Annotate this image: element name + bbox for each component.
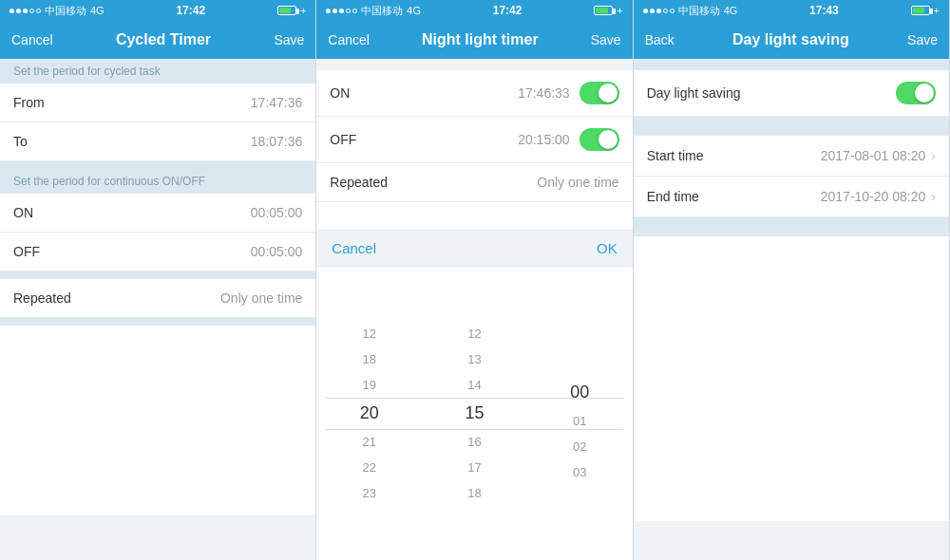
picker-cancel-button[interactable]: Cancel — [332, 240, 376, 256]
end-time-label: End time — [647, 189, 699, 204]
status-bar-2: 中国移动 4G 17:42 + — [316, 0, 632, 21]
off-value-2: 20:15:00 — [518, 132, 570, 147]
time-1: 17:42 — [176, 4, 205, 17]
status-bar-1: 中国移动 4G 17:42 + — [0, 0, 315, 21]
cancel-button-1[interactable]: Cancel — [11, 32, 53, 47]
status-right-2: + — [594, 5, 622, 16]
battery-fill-1 — [279, 8, 292, 13]
repeated-value-2: Only one time — [537, 175, 618, 190]
battery-icon-2 — [594, 6, 613, 15]
status-right-1: + — [277, 5, 306, 16]
dot2-4 — [346, 9, 351, 13]
carrier-2: 中国移动 — [361, 4, 403, 18]
day-light-saving-panel: 中国移动 4G 17:43 + Back Day light saving Sa… — [634, 0, 950, 560]
picker-item-h6: 23 — [316, 480, 422, 506]
status-left-2: 中国移动 4G — [326, 4, 421, 18]
on-right-2: 17:46:33 — [518, 82, 619, 104]
picker-column-seconds[interactable]: 00 01 02 03 — [527, 343, 633, 485]
empty-top-2 — [316, 59, 632, 70]
off-toggle-2[interactable] — [580, 128, 619, 151]
repeated-row-2[interactable]: Repeated Only one time — [316, 163, 632, 202]
start-time-right: 2017-08-01 08:20 › — [821, 148, 936, 163]
picker-item-m6: 18 — [422, 480, 527, 506]
off-row-1[interactable]: OFF 00:05:00 — [0, 233, 315, 271]
bot-sep-3 — [634, 217, 949, 236]
repeated-row-1[interactable]: Repeated Only one time — [0, 279, 315, 318]
picker-column-hours[interactable]: 12 18 19 20 21 22 23 — [316, 321, 422, 506]
section-header-2: Set the period for continuous ON/OFF — [0, 169, 315, 194]
picker-item-m1: 13 — [422, 346, 527, 372]
section-header-1: Set the period for cycled task — [0, 59, 315, 84]
start-time-label: Start time — [647, 148, 704, 163]
network-1: 4G — [90, 5, 104, 16]
end-time-row[interactable]: End time 2017-10-20 08:20 › — [634, 177, 949, 217]
picker-item-m4: 16 — [422, 429, 527, 455]
picker-item-s3: 00 — [527, 377, 633, 408]
picker-area-2: 12 18 19 20 21 22 23 12 13 14 15 16 17 1… — [316, 267, 632, 560]
charge-icon-1: + — [300, 5, 306, 16]
dls-toggle[interactable] — [896, 82, 936, 104]
off-row-2[interactable]: OFF 20:15:00 — [316, 117, 632, 163]
on-value-2: 17:46:33 — [518, 85, 570, 101]
nav-title-3: Day light saving — [732, 31, 849, 48]
to-row[interactable]: To 18:07:36 — [0, 122, 315, 161]
nav-title-1: Cycled Timer — [116, 31, 211, 48]
on-label-1: ON — [13, 205, 33, 220]
separator-3 — [0, 318, 315, 326]
on-toggle-knob-2 — [598, 84, 618, 103]
time-3: 17:43 — [809, 4, 839, 17]
picker-item-h4: 21 — [316, 429, 422, 455]
dls-toggle-row[interactable]: Day light saving — [634, 70, 949, 117]
save-button-3[interactable]: Save — [907, 32, 938, 47]
picker-item-h0: 12 — [316, 321, 422, 346]
time-2: 17:42 — [493, 4, 522, 17]
nav-bar-3: Back Day light saving Save — [634, 21, 949, 59]
picker-action-bar-2: Cancel OK — [316, 231, 632, 267]
dot3-3 — [656, 9, 661, 13]
dot2-5 — [352, 9, 357, 13]
dls-label: Day light saving — [647, 85, 741, 101]
save-button-1[interactable]: Save — [274, 32, 304, 47]
on-label-2: ON — [330, 85, 350, 101]
cancel-button-2[interactable]: Cancel — [328, 32, 370, 47]
nav-bar-1: Cancel Cycled Timer Save — [0, 21, 315, 59]
to-label: To — [13, 134, 28, 149]
empty-area-1 — [0, 326, 315, 515]
picker-item-s2 — [527, 365, 633, 377]
back-button-3[interactable]: Back — [645, 32, 674, 47]
on-row-2[interactable]: ON 17:46:33 — [316, 70, 632, 117]
charge-icon-2: + — [617, 5, 622, 16]
dot5 — [36, 9, 41, 13]
status-left-3: 中国移动 4G — [643, 4, 738, 18]
picker-item-m3: 15 — [422, 398, 527, 429]
network-2: 4G — [407, 5, 421, 16]
on-row-1[interactable]: ON 00:05:00 — [0, 194, 315, 233]
dot3 — [23, 9, 28, 13]
dot4 — [29, 9, 34, 13]
picker-item-s0 — [527, 343, 633, 354]
picker-item-s6: 03 — [527, 459, 633, 485]
picker-ok-button[interactable]: OK — [597, 240, 618, 256]
picker-item-h2: 19 — [316, 372, 422, 398]
save-button-2[interactable]: Save — [591, 32, 621, 47]
start-time-value: 2017-08-01 08:20 — [821, 148, 926, 163]
battery-icon-3 — [911, 6, 930, 15]
to-value: 18:07:36 — [251, 134, 303, 149]
picker-column-minutes[interactable]: 12 13 14 15 16 17 18 — [422, 321, 527, 506]
on-toggle-2[interactable] — [580, 82, 619, 104]
empty-area-3 — [634, 236, 949, 521]
top-sep-3 — [634, 59, 949, 70]
dot3-2 — [650, 9, 655, 13]
end-time-value: 2017-10-20 08:20 — [821, 189, 926, 204]
signal-dots-2 — [326, 9, 357, 13]
charge-icon-3: + — [934, 5, 940, 16]
separator-1 — [0, 161, 315, 169]
from-row[interactable]: From 17:47:36 — [0, 84, 315, 122]
start-time-row[interactable]: Start time 2017-08-01 08:20 › — [634, 136, 949, 177]
signal-dots-1 — [10, 9, 41, 13]
dot2-2 — [332, 9, 337, 13]
night-light-panel: 中国移动 4G 17:42 + Cancel Night light timer… — [316, 0, 633, 560]
nav-bar-2: Cancel Night light timer Save — [316, 21, 632, 59]
network-3: 4G — [724, 5, 738, 16]
battery-fill-3 — [913, 8, 925, 13]
